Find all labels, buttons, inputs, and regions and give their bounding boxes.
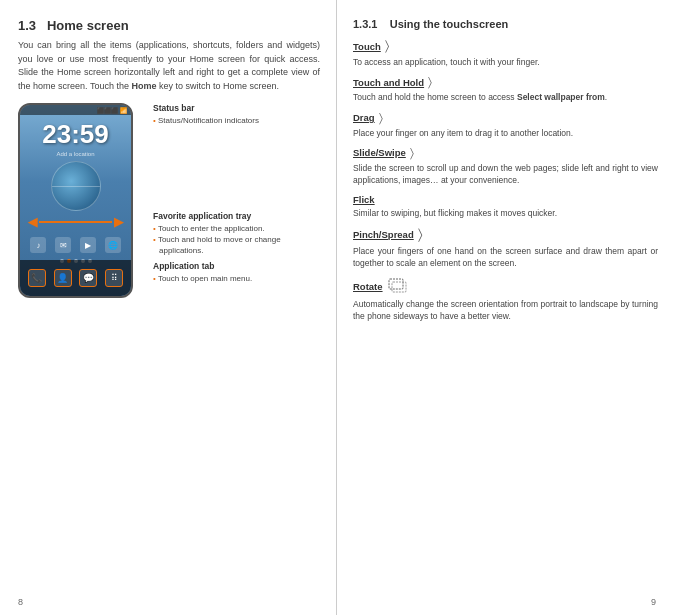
phone-icon-3: ▶ bbox=[80, 237, 96, 253]
callout-app-tab: Application tab Touch to open main menu. bbox=[153, 261, 252, 284]
phone-icon-1: ♪ bbox=[30, 237, 46, 253]
gesture-flick-text: Similar to swiping, but flicking makes i… bbox=[353, 207, 658, 219]
right-arrow: ▶ bbox=[114, 215, 123, 229]
callout-fav-item-1: Touch to enter the application. bbox=[153, 223, 320, 234]
phone-fav-3: 💬 bbox=[79, 269, 97, 287]
phone-fav-4: ⠿ bbox=[105, 269, 123, 287]
sub-section-heading: 1.3.1 Using the touchscreen bbox=[353, 18, 658, 30]
gesture-pinch: Pinch/Spread 〉 Place your fingers of one… bbox=[353, 226, 658, 270]
phone-location: Add a location bbox=[20, 151, 131, 157]
callout-fav-tray: Favorite application tray Touch to enter… bbox=[153, 211, 320, 257]
phone-area: ⬛⬛⬛ 📶 23:59 Add a location ◀ ▶ ♪ ✉ ▶ 🌐 bbox=[18, 103, 320, 298]
section-heading: 1.3 Home screen bbox=[18, 18, 320, 33]
phone-fav-1: 📞 bbox=[28, 269, 46, 287]
gesture-drag-heading-row: Drag 〉 bbox=[353, 111, 658, 125]
gesture-touch: Touch 〉 To access an application, touch … bbox=[353, 38, 658, 68]
gesture-touch-heading-row: Touch 〉 bbox=[353, 38, 658, 54]
gesture-slide-label: Slide/Swipe bbox=[353, 147, 406, 158]
gesture-rotate-label: Rotate bbox=[353, 281, 383, 292]
gesture-flick: Flick Similar to swiping, but flicking m… bbox=[353, 194, 658, 219]
gesture-slide-text: Slide the screen to scroll up and down t… bbox=[353, 162, 658, 187]
gesture-pinch-label: Pinch/Spread bbox=[353, 229, 414, 240]
left-arrow: ◀ bbox=[28, 215, 37, 229]
gesture-flick-label: Flick bbox=[353, 194, 375, 205]
section-title-text: Home screen bbox=[47, 18, 129, 33]
rotate-svg bbox=[387, 277, 409, 293]
page-number-left: 8 bbox=[18, 597, 23, 607]
gesture-slide-heading-row: Slide/Swipe 〉 bbox=[353, 146, 658, 160]
callout-fav-title: Favorite application tray bbox=[153, 211, 320, 221]
gesture-touch-hold-label: Touch and Hold bbox=[353, 77, 424, 88]
gesture-rotate-icon bbox=[387, 277, 409, 296]
gesture-drag-text: Place your finger on any item to drag it… bbox=[353, 127, 658, 139]
gesture-touch-icon: 〉 bbox=[385, 38, 389, 54]
gesture-slide-icon: 〉 bbox=[410, 146, 414, 160]
gesture-rotate-heading-row: Rotate bbox=[353, 277, 658, 296]
page-numbers: 8 9 bbox=[0, 597, 674, 607]
phone-time: 23:59 bbox=[20, 119, 131, 150]
svg-rect-1 bbox=[392, 282, 406, 292]
gesture-slide: Slide/Swipe 〉 Slide the screen to scroll… bbox=[353, 146, 658, 187]
gesture-pinch-heading-row: Pinch/Spread 〉 bbox=[353, 226, 658, 243]
phone-globe bbox=[51, 161, 101, 211]
callout-fav-item-2: Touch and hold to move or change applica… bbox=[153, 234, 320, 256]
sub-section-title-text: Using the touchscreen bbox=[390, 18, 509, 30]
phone-status-bar: ⬛⬛⬛ 📶 bbox=[20, 105, 131, 115]
gesture-pinch-icon: 〉 bbox=[418, 226, 423, 243]
gesture-drag-label: Drag bbox=[353, 112, 375, 123]
callout-app-item: Touch to open main menu. bbox=[153, 273, 252, 284]
callout-status-title: Status bar bbox=[153, 103, 259, 113]
gesture-touch-hold: Touch and Hold 〉 Touch and hold the home… bbox=[353, 75, 658, 103]
page-number-right: 9 bbox=[651, 597, 656, 607]
phone-mockup: ⬛⬛⬛ 📶 23:59 Add a location ◀ ▶ ♪ ✉ ▶ 🌐 bbox=[18, 103, 133, 298]
section-number: 1.3 bbox=[18, 18, 36, 33]
phone-fav-2: 👤 bbox=[54, 269, 72, 287]
gesture-touch-hold-text: Touch and hold the home screen to access… bbox=[353, 91, 658, 103]
callout-status-bar: Status bar Status/Notification indicator… bbox=[153, 103, 259, 126]
left-column: 1.3 Home screen You can bring all the it… bbox=[0, 0, 337, 615]
gesture-pinch-text: Place your fingers of one hand on the sc… bbox=[353, 245, 658, 270]
gesture-rotate-text: Automatically change the screen orientat… bbox=[353, 298, 658, 323]
phone-icon-2: ✉ bbox=[55, 237, 71, 253]
gesture-touch-text: To access an application, touch it with … bbox=[353, 56, 658, 68]
status-bar-text: ⬛⬛⬛ 📶 bbox=[97, 107, 127, 114]
gesture-flick-heading-row: Flick bbox=[353, 194, 658, 205]
phone-app-icons: ♪ ✉ ▶ 🌐 bbox=[20, 233, 131, 257]
gesture-touch-hold-heading-row: Touch and Hold 〉 bbox=[353, 75, 658, 89]
gesture-rotate: Rotate Automatically change the screen o… bbox=[353, 277, 658, 323]
svg-rect-0 bbox=[389, 279, 403, 289]
callout-app-items: Touch to open main menu. bbox=[153, 273, 252, 284]
gesture-touch-label: Touch bbox=[353, 41, 381, 52]
right-column: 1.3.1 Using the touchscreen Touch 〉 To a… bbox=[337, 0, 674, 615]
callout-status-items: Status/Notification indicators bbox=[153, 115, 259, 126]
arrow-line bbox=[39, 221, 112, 223]
phone-scroll-arrows: ◀ ▶ bbox=[20, 215, 131, 229]
callout-fav-items: Touch to enter the application. Touch an… bbox=[153, 223, 320, 257]
gesture-drag: Drag 〉 Place your finger on any item to … bbox=[353, 111, 658, 139]
callout-status-item: Status/Notification indicators bbox=[153, 115, 259, 126]
sub-section-number: 1.3.1 bbox=[353, 18, 377, 30]
callout-area: Status bar Status/Notification indicator… bbox=[141, 103, 320, 298]
intro-text: You can bring all the items (application… bbox=[18, 39, 320, 93]
phone-bottom-bar: 📞 👤 💬 ⠿ bbox=[20, 260, 131, 296]
gesture-drag-icon: 〉 bbox=[379, 111, 383, 125]
phone-icon-4: 🌐 bbox=[105, 237, 121, 253]
callout-app-title: Application tab bbox=[153, 261, 252, 271]
gesture-touch-hold-icon: 〉 bbox=[428, 75, 432, 89]
